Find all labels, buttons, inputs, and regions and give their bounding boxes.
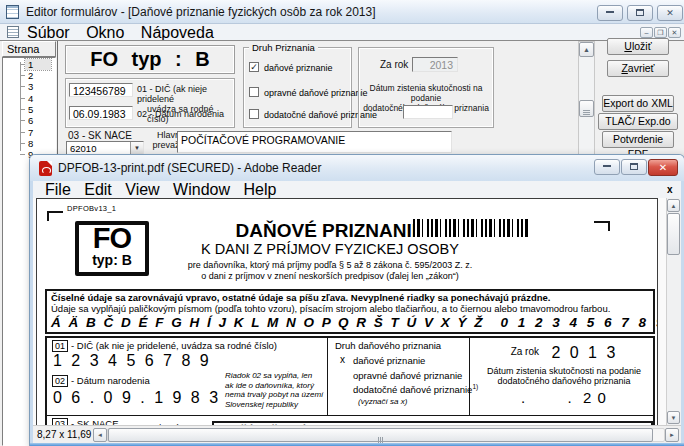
tree-item-page-4[interactable]: 4 xyxy=(25,93,51,104)
editor-close-button[interactable]: ✕ xyxy=(657,5,683,21)
checkbox-opravne[interactable] xyxy=(249,87,259,97)
field-02-value: 0 6 . 0 9 . 1 9 8 3 xyxy=(53,389,220,407)
menubar-close-icon[interactable]: x xyxy=(667,182,673,197)
pdf-subtitle: K DANI Z PRÍJMOV FYZICKEJ OSOBY xyxy=(140,241,520,257)
mdi-minimize-button[interactable]: – xyxy=(640,27,653,38)
close-form-button[interactable]: Zavrieť xyxy=(607,60,669,77)
pdf-za-rok-value: 2 0 1 3 xyxy=(551,344,617,361)
editor-window-title: Editor formulárov - [Daňové priznanie fy… xyxy=(26,0,376,24)
tree-item-page-8[interactable]: 8 xyxy=(25,138,51,149)
reader-menu: File Edit View Window Help xyxy=(45,181,285,198)
instruction-line-2: Údaje sa vyplňajú paličkovým písmom (pod… xyxy=(51,303,610,314)
sknace-value: 62010 xyxy=(70,143,96,154)
menu-view[interactable]: View xyxy=(125,181,159,198)
datum-zistenia-input[interactable] xyxy=(403,105,453,119)
horizontal-scrollbar-thumb[interactable] xyxy=(108,428,653,442)
reader-titlebar: DPFOB-13-print.pdf (SECURED) - Adobe Rea… xyxy=(30,155,684,181)
druh-item-3: dodatočné daňové priznanie1) xyxy=(353,383,478,395)
pdf-legal-text: pre daňovníka, ktorý má príjmy podľa § 5… xyxy=(140,260,520,282)
reader-statusbar: 8,27 x 11,69 in ◄ ► xyxy=(33,425,681,443)
fo-type-stamp: FO typ: B xyxy=(75,221,149,276)
pdf-datum-note-1: Dátum zistenia skutočnosti na podanie xyxy=(471,366,657,376)
dic-input[interactable]: 123456789 xyxy=(69,83,133,97)
field-01-row: 01- DIČ (ak nie je pridelené, uvádza sa … xyxy=(52,340,277,352)
pdf-icon xyxy=(39,161,52,176)
menu-napoveda[interactable]: Nápoveda xyxy=(138,25,217,41)
menu-file[interactable]: File xyxy=(45,181,71,198)
reader-scrollbar-thumb[interactable] xyxy=(667,213,680,255)
activity-input[interactable]: POČÍTAČOVÉ PROGRAMOVANIE xyxy=(177,131,452,153)
checkbox-row-dodatocne: dodatočné daňové priznanie xyxy=(249,109,351,121)
za-rok-row: Za rok 2 0 1 3 xyxy=(471,344,657,362)
tree-item-page-2[interactable]: 2 xyxy=(25,70,51,81)
druh-item-2: opravné daňové priznanie xyxy=(353,369,462,381)
editor-titlebar: Editor formulárov - [Daňové priznanie fy… xyxy=(0,0,684,24)
form-type-heading: FO typ : B xyxy=(65,45,235,74)
row-divider xyxy=(47,415,653,416)
maximize-icon xyxy=(636,9,644,16)
editor-minimize-button[interactable] xyxy=(597,5,623,21)
document-pane: DPFOBv13_1 FO typ: B DAŇOVÉ PRIZNANIE K … xyxy=(33,198,681,425)
pdf-form-box: 01- DIČ (ak nie je pridelené, uvádza sa … xyxy=(45,336,655,425)
export-xml-button[interactable]: Export do XML xyxy=(602,95,674,112)
scroll-up-icon[interactable]: ▲ xyxy=(579,42,594,57)
scroll-left-icon[interactable]: ◄ xyxy=(93,428,107,442)
minimize-icon xyxy=(606,11,614,13)
tree-item-page-7[interactable]: 7 xyxy=(25,127,51,138)
mdi-close-button[interactable]: ✕ xyxy=(668,27,681,38)
print-fdf-button[interactable]: TLAČ/ Exp.do FDF xyxy=(598,113,678,130)
screen: Editor formulárov - [Daňové priznanie fy… xyxy=(0,0,684,446)
druh-mark-1: x xyxy=(340,354,345,365)
tree-item-page-6[interactable]: 6 xyxy=(25,115,51,126)
reader-minimize-button[interactable] xyxy=(594,159,620,175)
menu-subor[interactable]: Súbor xyxy=(24,25,73,41)
field-03-row: 03- SK NACE xyxy=(52,418,119,425)
sample-characters: Á Ä B Č D É F G H Í J K L M N O P Q R Š … xyxy=(51,315,658,330)
field-02-note: Riadok 02 sa vypĺňa, len ak ide o daňovn… xyxy=(225,371,331,409)
scroll-down-icon[interactable]: ▼ xyxy=(667,411,680,424)
save-button[interactable]: Uložiť xyxy=(607,38,669,55)
mdi-restore-button[interactable]: ❐ xyxy=(654,27,667,38)
crop-mark-top-right xyxy=(594,221,610,231)
maximize-icon xyxy=(630,163,638,170)
pdf-datum-value: . . 2 0 xyxy=(471,389,657,406)
checkbox-dodatocne[interactable] xyxy=(249,109,259,119)
adobe-reader-window: DPFOB-13-print.pdf (SECURED) - Adobe Rea… xyxy=(30,155,684,446)
menu-edit[interactable]: Edit xyxy=(84,181,112,198)
scroll-up-icon[interactable]: ▲ xyxy=(667,199,680,212)
druh-note: (vyznačí sa x) xyxy=(358,397,407,407)
crop-mark-top-left xyxy=(47,211,63,221)
menu-help[interactable]: Help xyxy=(243,181,276,198)
pdf-datum-note-2: dodatočného daňového priznania xyxy=(471,376,657,386)
editor-scrollbar-thumb[interactable] xyxy=(579,100,594,117)
sidebar-header-strana[interactable]: Strana xyxy=(2,41,56,57)
confirm-fdf-button[interactable]: Potvrdenie FDF xyxy=(602,131,674,148)
tree-item-page-1[interactable]: 1 xyxy=(25,59,51,70)
reader-close-button[interactable]: ✕ xyxy=(648,159,678,176)
checkbox-danove[interactable]: ✓ xyxy=(249,62,259,72)
chevron-down-icon[interactable]: ▼ xyxy=(130,142,143,154)
checkbox-opravne-label: opravné daňové priznanie xyxy=(264,88,368,98)
editor-maximize-button[interactable] xyxy=(627,5,653,21)
scroll-right-icon[interactable]: ► xyxy=(665,428,679,442)
reader-maximize-button[interactable] xyxy=(621,159,647,175)
minimize-icon xyxy=(603,165,611,167)
tree-item-page-5[interactable]: 5 xyxy=(25,104,51,115)
checkbox-row-opravne: opravné daňové priznanie xyxy=(249,87,351,99)
birth-date-input[interactable]: 06.09.1983 xyxy=(69,106,133,120)
pdf-za-rok-label: Za rok xyxy=(511,346,539,357)
instruction-line-1: Číselné údaje sa zarovnávajú vpravo, ost… xyxy=(51,292,550,303)
group-druh-legend: Druh Priznania xyxy=(249,42,318,53)
reader-window-title: DPFOB-13-print.pdf (SECURED) - Adobe Rea… xyxy=(58,155,321,181)
druh-header: Druh daňového priznania xyxy=(335,340,441,351)
tree-item-page-3[interactable]: 3 xyxy=(25,81,51,92)
za-rok-label: Za rok xyxy=(380,60,408,70)
checkbox-row-danove: ✓ daňové priznanie xyxy=(249,62,351,74)
druh-item-1: daňové priznanie xyxy=(353,354,425,366)
sknace-combobox[interactable]: 62010 ▼ xyxy=(66,141,144,155)
birth-date-label: 02 - Dátum narodenia xyxy=(137,109,233,119)
menu-window[interactable]: Window xyxy=(173,181,230,198)
menu-okno[interactable]: Okno xyxy=(83,25,127,41)
document-icon[interactable] xyxy=(7,26,19,38)
za-rok-input[interactable]: 2013 xyxy=(412,57,458,72)
